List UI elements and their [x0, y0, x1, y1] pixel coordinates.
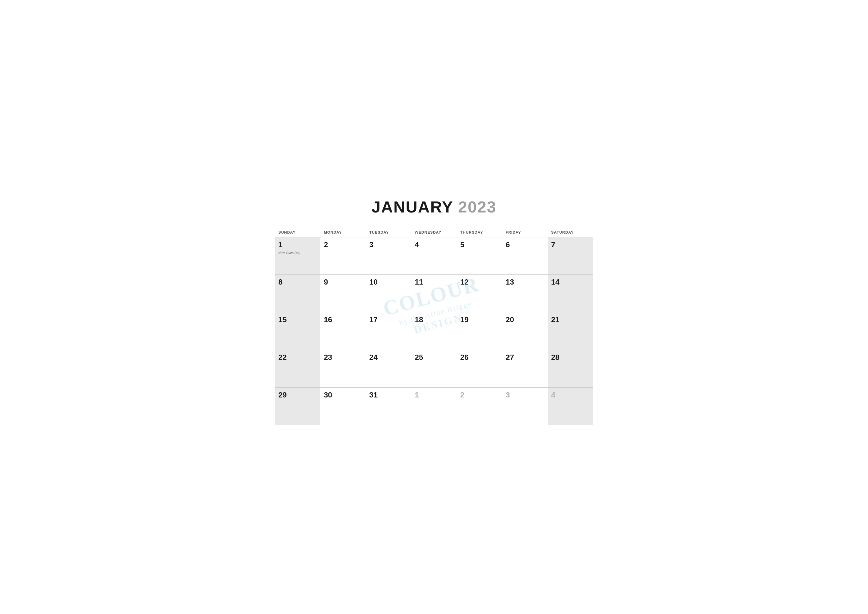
calendar-cell: 28 [548, 350, 593, 388]
calendar-cell: 27 [502, 350, 548, 388]
day-header-sunday: SUNDAY [275, 228, 320, 237]
calendar-body: 1New Years Day23456789101112131415161718… [275, 237, 593, 425]
day-number: 12 [460, 278, 499, 287]
day-number: 24 [369, 353, 408, 362]
week-row-4: 22232425262728 [275, 350, 593, 388]
day-number: 2 [460, 390, 499, 399]
week-row-5: 2930311234 [275, 388, 593, 425]
calendar-cell: 5 [457, 237, 502, 275]
day-number: 26 [460, 353, 499, 362]
calendar-cell: 24 [366, 350, 411, 388]
day-number: 14 [551, 278, 590, 287]
day-number: 5 [460, 240, 499, 249]
day-number: 10 [369, 278, 408, 287]
day-number: 6 [506, 240, 544, 249]
calendar-cell: 4 [411, 237, 457, 275]
calendar-cell: 30 [320, 388, 366, 425]
year: 2023 [458, 198, 496, 216]
day-number: 9 [324, 278, 362, 287]
day-header-monday: MONDAY [320, 228, 366, 237]
calendar-grid: SUNDAYMONDAYTUESDAYWEDNESDAYTHURSDAYFRID… [275, 228, 593, 426]
day-number: 11 [415, 278, 453, 287]
holiday-label: New Years Day [278, 251, 317, 255]
day-number: 1 [415, 390, 453, 399]
day-number: 29 [278, 390, 317, 399]
calendar-cell: 4 [548, 388, 593, 425]
calendar-cell: 16 [320, 312, 366, 350]
calendar-container: JANUARY 2023 SUNDAYMONDAYTUESDAYWEDNESDA… [275, 189, 593, 426]
day-header-wednesday: WEDNESDAY [411, 228, 457, 237]
calendar-cell: 25 [411, 350, 457, 388]
day-number: 17 [369, 315, 408, 324]
calendar-cell: 11 [411, 275, 457, 312]
day-number: 27 [506, 353, 544, 362]
calendar-cell: 8 [275, 275, 320, 312]
month-name: JANUARY [372, 198, 453, 216]
calendar-cell: 1 [411, 388, 457, 425]
day-number: 3 [369, 240, 408, 249]
calendar-cell: 23 [320, 350, 366, 388]
calendar-cell: 3 [366, 237, 411, 275]
calendar-cell: 18 [411, 312, 457, 350]
calendar-cell: 19 [457, 312, 502, 350]
day-number: 28 [551, 353, 590, 362]
day-number: 19 [460, 315, 499, 324]
calendar-cell: 20 [502, 312, 548, 350]
day-number: 1 [278, 240, 317, 249]
calendar-cell: 2 [457, 388, 502, 425]
calendar-cell: 3 [502, 388, 548, 425]
day-number: 20 [506, 315, 544, 324]
calendar-cell: 10 [366, 275, 411, 312]
calendar-cell: 26 [457, 350, 502, 388]
calendar-header: SUNDAYMONDAYTUESDAYWEDNESDAYTHURSDAYFRID… [275, 228, 593, 237]
day-number: 8 [278, 278, 317, 287]
calendar-cell: 6 [502, 237, 548, 275]
calendar-cell: 7 [548, 237, 593, 275]
day-number: 22 [278, 353, 317, 362]
calendar-cell: 2 [320, 237, 366, 275]
day-header-thursday: THURSDAY [457, 228, 502, 237]
week-row-1: 1New Years Day234567 [275, 237, 593, 275]
calendar-cell: 9 [320, 275, 366, 312]
week-row-2: 891011121314 [275, 275, 593, 312]
calendar-cell: 15 [275, 312, 320, 350]
days-of-week-row: SUNDAYMONDAYTUESDAYWEDNESDAYTHURSDAYFRID… [275, 228, 593, 237]
day-number: 16 [324, 315, 362, 324]
calendar-cell: 22 [275, 350, 320, 388]
day-number: 7 [551, 240, 590, 249]
day-number: 25 [415, 353, 453, 362]
day-number: 4 [551, 390, 590, 399]
calendar-cell: 31 [366, 388, 411, 425]
day-number: 23 [324, 353, 362, 362]
week-row-3: 15161718192021 [275, 312, 593, 350]
day-number: 3 [506, 390, 544, 399]
day-header-saturday: SATURDAY [548, 228, 593, 237]
calendar-cell: 21 [548, 312, 593, 350]
day-header-tuesday: TUESDAY [366, 228, 411, 237]
day-number: 2 [324, 240, 362, 249]
day-number: 18 [415, 315, 453, 324]
day-number: 30 [324, 390, 362, 399]
day-number: 15 [278, 315, 317, 324]
calendar-title: JANUARY 2023 [275, 189, 593, 228]
calendar-cell: 1New Years Day [275, 237, 320, 275]
calendar-cell: 29 [275, 388, 320, 425]
calendar-cell: 17 [366, 312, 411, 350]
day-header-friday: FRIDAY [502, 228, 548, 237]
day-number: 31 [369, 390, 408, 399]
calendar-cell: 13 [502, 275, 548, 312]
calendar-cell: 12 [457, 275, 502, 312]
day-number: 4 [415, 240, 453, 249]
calendar-cell: 14 [548, 275, 593, 312]
day-number: 13 [506, 278, 544, 287]
day-number: 21 [551, 315, 590, 324]
